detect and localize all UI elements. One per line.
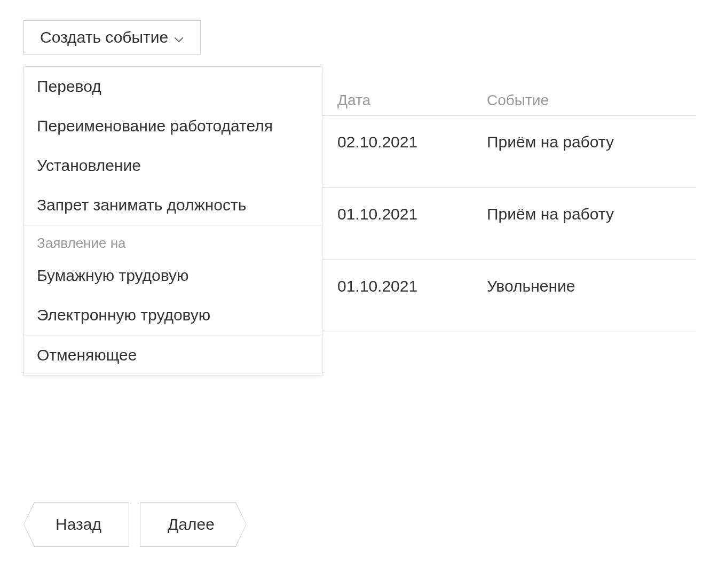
cell-event: Приём на работу: [487, 133, 681, 151]
cell-event: Увольнение: [487, 277, 681, 295]
next-button-label: Далее: [168, 515, 215, 534]
menu-item-establishment[interactable]: Установление: [24, 146, 322, 185]
column-header-event: Событие: [487, 92, 681, 109]
menu-group-label-application: Заявление на: [24, 225, 322, 256]
menu-item-cancelling[interactable]: Отменяющее: [24, 335, 322, 375]
cell-date: 01.10.2021: [337, 205, 444, 223]
events-table: Дата Событие 02.10.2021 Приём на работу …: [322, 85, 696, 332]
create-event-dropdown[interactable]: Создать событие: [23, 20, 201, 54]
create-event-menu: Перевод Переименование работодателя Уста…: [23, 66, 322, 375]
next-button[interactable]: Далее: [140, 502, 247, 547]
cell-date: 01.10.2021: [337, 277, 444, 295]
cell-event: Приём на работу: [487, 205, 681, 223]
cell-date: 02.10.2021: [337, 133, 444, 151]
column-header-date: Дата: [337, 92, 444, 109]
table-row[interactable]: 01.10.2021 Приём на работу: [322, 188, 696, 260]
footer-buttons: Назад Далее: [23, 502, 247, 547]
table-header: Дата Событие: [322, 85, 696, 116]
back-button-label: Назад: [56, 515, 101, 534]
chevron-down-icon: [175, 35, 184, 40]
back-button[interactable]: Назад: [23, 502, 129, 547]
table-row[interactable]: 02.10.2021 Приём на работу: [322, 116, 696, 188]
table-row[interactable]: 01.10.2021 Увольнение: [322, 260, 696, 332]
menu-item-paper-labor[interactable]: Бумажную трудовую: [24, 256, 322, 295]
menu-item-transfer[interactable]: Перевод: [24, 67, 322, 106]
menu-item-rename-employer[interactable]: Переименование работодателя: [24, 106, 322, 146]
create-event-label: Создать событие: [40, 28, 168, 46]
menu-item-prohibition[interactable]: Запрет занимать должность: [24, 185, 322, 225]
menu-item-electronic-labor[interactable]: Электронную трудовую: [24, 295, 322, 335]
